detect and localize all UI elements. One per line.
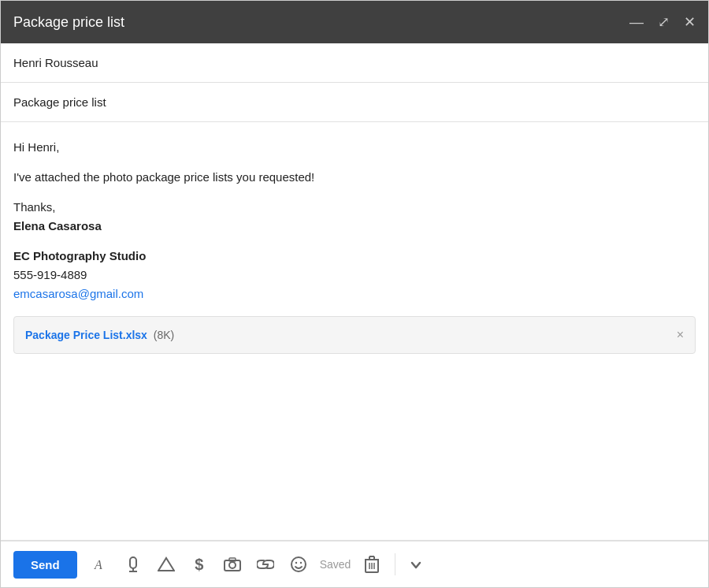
attachment-filename: Package Price List.xlsx	[25, 329, 147, 341]
chevron-down-icon	[410, 556, 421, 572]
body-line1: I've attached the photo package price li…	[13, 168, 696, 187]
svg-marker-4	[158, 558, 174, 571]
paperclip-icon	[125, 556, 141, 573]
email-link[interactable]: emcasarosa@gmail.com	[13, 287, 143, 300]
link-icon	[257, 559, 274, 570]
attach-button[interactable]	[118, 549, 148, 579]
phone-number: 555-919-4889	[13, 268, 87, 281]
attachment-bar: Package Price List.xlsx (8K) ×	[13, 316, 696, 354]
drive-icon	[158, 556, 175, 572]
svg-point-6	[229, 562, 236, 568]
maximize-button[interactable]: ⤢	[658, 13, 670, 31]
compose-window: Package price list — ⤢ ✕ Henri Rousseau …	[0, 0, 709, 588]
attachment-info: Package Price List.xlsx (8K)	[25, 326, 174, 344]
link-button[interactable]	[251, 549, 280, 579]
camera-icon	[224, 557, 241, 571]
greeting: Hi Henri,	[13, 138, 696, 157]
svg-point-11	[299, 562, 301, 564]
drive-button[interactable]	[151, 549, 181, 579]
to-field[interactable]: Henri Rousseau	[1, 43, 708, 83]
money-button[interactable]: $	[184, 549, 214, 579]
more-options-button[interactable]	[403, 549, 429, 579]
to-value: Henri Rousseau	[13, 56, 98, 69]
emoji-icon	[291, 556, 306, 572]
title-bar: Package price list — ⤢ ✕	[1, 1, 708, 43]
attachment-close-button[interactable]: ×	[677, 325, 684, 345]
emoji-button[interactable]	[284, 549, 314, 579]
minimize-button[interactable]: —	[629, 14, 644, 31]
body-text: Hi Henri, I've attached the photo packag…	[13, 138, 696, 354]
contact-info: EC Photography Studio 555-919-4889 emcas…	[13, 247, 696, 303]
attachment-size: (8K)	[154, 329, 174, 341]
window-title: Package price list	[13, 14, 124, 31]
svg-point-10	[295, 562, 296, 564]
svg-text:A: A	[94, 558, 102, 571]
font-icon: A	[92, 556, 108, 572]
toolbar-divider	[395, 553, 395, 575]
photo-button[interactable]	[217, 549, 247, 579]
close-button[interactable]: ✕	[684, 13, 696, 31]
window-controls: — ⤢ ✕	[629, 13, 696, 31]
svg-point-9	[291, 557, 306, 571]
studio-name: EC Photography Studio	[13, 249, 146, 262]
delete-button[interactable]	[357, 549, 387, 579]
format-text-button[interactable]: A	[85, 549, 115, 579]
subject-value: Package price list	[13, 95, 106, 109]
trash-icon	[365, 556, 379, 573]
dollar-sign-icon: $	[195, 556, 203, 574]
saved-label: Saved	[320, 558, 351, 571]
body-area[interactable]: Hi Henri, I've attached the photo packag…	[1, 122, 708, 541]
svg-rect-1	[130, 557, 136, 568]
subject-field[interactable]: Package price list	[1, 83, 708, 122]
closing: Thanks, Elena Casarosa	[13, 198, 696, 236]
toolbar: Send A $	[1, 541, 708, 587]
thanks-text: Thanks,	[13, 200, 55, 214]
sender-name: Elena Casarosa	[13, 219, 102, 233]
send-button[interactable]: Send	[13, 551, 77, 579]
